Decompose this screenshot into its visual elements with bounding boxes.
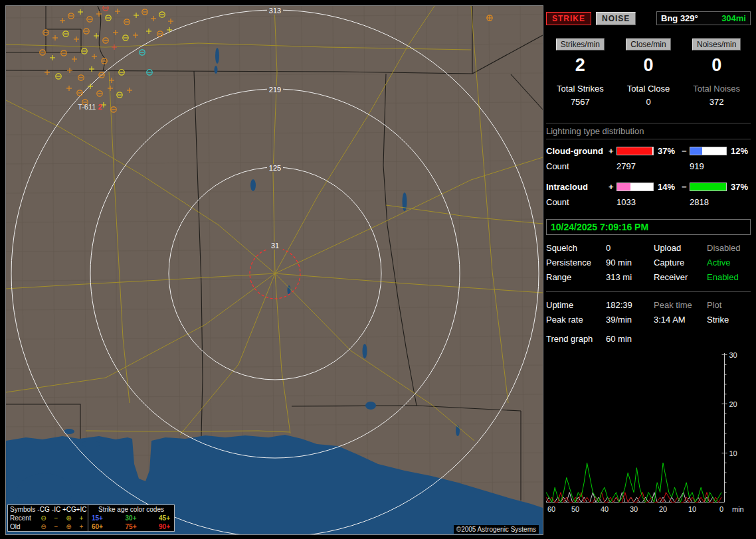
old-neg-cg-icon: ⊖ xyxy=(37,522,50,531)
plus-sign: + xyxy=(609,146,616,156)
plot-label: Plot xyxy=(707,300,751,310)
cg-negative-count: 919 xyxy=(690,161,751,171)
peak-time-value: 3:14 AM xyxy=(654,315,707,325)
stormvue-window: 31321912531T-611 2 Symbols -CG -IC +CG +… xyxy=(0,0,756,539)
cg-negative-bar xyxy=(690,147,727,155)
distribution-title: Lightning type distribution xyxy=(546,123,751,139)
legend-age-code: 45+ xyxy=(159,514,170,522)
legend-header-row: Symbols -CG -IC +CG +IC Strike age color… xyxy=(8,505,174,514)
legend-col-pos-ic: +IC xyxy=(75,505,88,514)
svg-text:20: 20 xyxy=(729,400,737,408)
legend-age-code: 30+ xyxy=(126,514,137,522)
total-noises-label: Total Noises xyxy=(682,84,751,94)
total-strikes-label: Total Strikes xyxy=(546,84,614,94)
svg-text:min: min xyxy=(732,505,744,513)
svg-text:313: 313 xyxy=(269,7,281,15)
svg-text:10: 10 xyxy=(729,449,737,457)
squelch-label: Squelch xyxy=(546,243,606,253)
intracloud-count-row: Count 1033 2818 xyxy=(546,194,751,210)
receiver-value: Enabled xyxy=(707,272,751,282)
svg-text:30: 30 xyxy=(630,505,638,513)
peak-rate-value: 39/min xyxy=(606,315,654,325)
recent-pos-cg-icon: ⊕ xyxy=(62,514,75,522)
bearing-distance: 304mi xyxy=(721,13,746,23)
total-close-value: 0 xyxy=(614,97,683,107)
close-per-min-column: Close/min 0 Total Close 0 xyxy=(614,38,683,107)
legend-old-label: Old xyxy=(8,522,37,531)
legend-col-neg-cg: -CG xyxy=(37,505,50,514)
svg-text:31: 31 xyxy=(271,242,279,250)
strike-map-canvas[interactable]: 31321912531T-611 2 xyxy=(6,6,543,534)
settings-grid: Squelch 0 Upload Disabled Persistence 90… xyxy=(546,243,751,282)
plot-value: Strike xyxy=(707,315,751,325)
upload-label: Upload xyxy=(654,243,707,253)
intracloud-row: Intracloud + 14% − 37% xyxy=(546,179,751,194)
close-per-min-button[interactable]: Close/min xyxy=(626,38,670,50)
cg-positive-count: 2797 xyxy=(616,161,690,171)
lightning-map[interactable]: 31321912531T-611 2 Symbols -CG -IC +CG +… xyxy=(5,5,543,535)
map-legend: Symbols -CG -IC +CG +IC Strike age color… xyxy=(7,504,175,532)
trend-graph: 1020306050403020100min xyxy=(546,348,751,517)
svg-text:60: 60 xyxy=(547,505,555,513)
datetime-display: 10/24/2025 7:09:16 PM xyxy=(546,219,751,235)
persistence-value: 90 min xyxy=(606,258,654,268)
count-label: Count xyxy=(546,197,616,207)
cloud-ground-label: Cloud-ground xyxy=(546,146,609,156)
capture-value: Active xyxy=(707,258,751,268)
bearing-value: Bng 329° xyxy=(661,13,698,23)
old-neg-ic-icon: − xyxy=(50,522,62,531)
total-noises-value: 372 xyxy=(682,97,751,107)
svg-text:50: 50 xyxy=(571,505,579,513)
separator xyxy=(546,139,751,139)
legend-col-pos-cg: +CG xyxy=(62,505,75,514)
legend-symbols-header: Symbols xyxy=(8,505,37,514)
range-value: 313 mi xyxy=(606,272,654,282)
cloud-ground-count-row: Count 2797 919 xyxy=(546,159,751,174)
total-close-label: Total Close xyxy=(614,84,683,94)
uptime-label: Uptime xyxy=(546,300,606,310)
old-pos-ic-icon: + xyxy=(75,522,88,531)
range-label: Range xyxy=(546,272,606,282)
svg-text:0: 0 xyxy=(719,505,723,513)
separator xyxy=(546,291,751,292)
recent-pos-ic-icon: + xyxy=(75,514,88,522)
strikes-per-min-value: 2 xyxy=(546,55,614,76)
trend-graph-canvas: 1020306050403020100min xyxy=(546,348,751,515)
cg-positive-pct: 37% xyxy=(655,146,682,156)
legend-col-neg-ic: -IC xyxy=(50,505,62,514)
ic-negative-bar xyxy=(690,183,727,191)
count-label: Count xyxy=(546,161,616,171)
receiver-label: Receiver xyxy=(654,272,707,282)
ic-positive-pct: 14% xyxy=(655,182,682,192)
old-pos-cg-icon: ⊕ xyxy=(62,522,75,531)
bearing-display: Bng 329° 304mi xyxy=(656,11,751,25)
minus-sign: − xyxy=(682,146,690,156)
recent-neg-ic-icon: − xyxy=(50,514,62,522)
plus-sign: + xyxy=(609,182,616,192)
strikes-per-min-button[interactable]: Strikes/min xyxy=(556,38,605,50)
legend-old-row: Old ⊖ − ⊕ + 60+75+90+ xyxy=(8,522,174,531)
ic-positive-bar xyxy=(616,183,654,191)
trend-graph-window: 60 min xyxy=(606,334,751,344)
svg-text:20: 20 xyxy=(659,505,667,513)
svg-text:40: 40 xyxy=(601,505,609,513)
strikes-per-min-column: Strikes/min 2 Total Strikes 7567 xyxy=(546,38,614,107)
noises-per-min-button[interactable]: Noises/min xyxy=(692,38,741,50)
strike-indicator[interactable]: STRIKE xyxy=(546,12,591,25)
squelch-value: 0 xyxy=(606,243,654,253)
cg-positive-bar xyxy=(616,147,654,155)
ic-negative-pct: 37% xyxy=(728,182,751,192)
ic-negative-count: 2818 xyxy=(690,197,751,207)
rate-stats-row: Strikes/min 2 Total Strikes 7567 Close/m… xyxy=(546,38,751,107)
legend-old-ages: 60+75+90+ xyxy=(88,522,174,531)
indicator-row: STRIKE NOISE Bng 329° 304mi xyxy=(546,11,751,25)
recent-neg-cg-icon: ⊖ xyxy=(37,514,50,522)
legend-age-code: 90+ xyxy=(159,522,170,531)
control-panel: STRIKE NOISE Bng 329° 304mi Strikes/min … xyxy=(546,5,751,534)
ic-positive-count: 1033 xyxy=(616,197,690,207)
legend-age-code: 75+ xyxy=(126,522,137,531)
svg-text:125: 125 xyxy=(269,164,281,172)
legend-age-header: Strike age color codes xyxy=(88,505,174,514)
noise-indicator[interactable]: NOISE xyxy=(596,12,636,25)
legend-age-code: 60+ xyxy=(92,522,103,531)
